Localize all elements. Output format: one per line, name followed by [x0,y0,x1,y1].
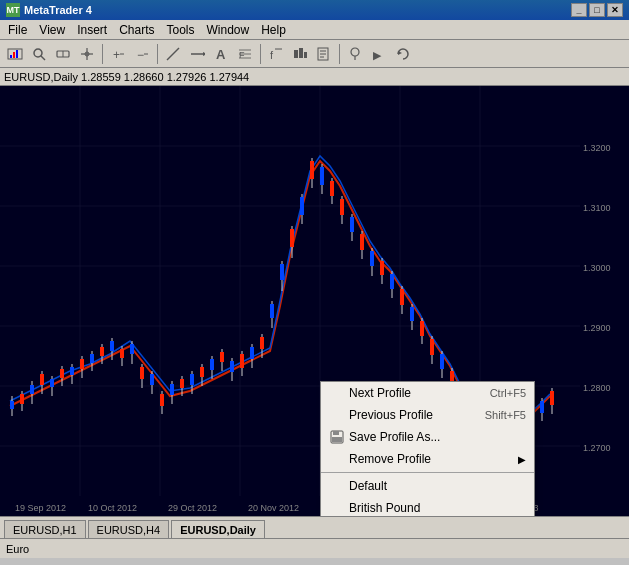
template-button[interactable] [313,43,335,65]
text-tool[interactable]: A [210,43,232,65]
toolbar: + − A F f ▶ [0,40,629,68]
svg-text:1.3000: 1.3000 [583,263,611,273]
chart-area[interactable]: 19 Sep 2012 10 Oct 2012 29 Oct 2012 20 N… [0,86,629,516]
svg-rect-75 [140,367,144,379]
menu-window[interactable]: Window [201,22,256,38]
previous-profile-label: Previous Profile [349,408,433,422]
svg-rect-63 [80,359,84,369]
maximize-button[interactable]: □ [589,3,605,17]
svg-rect-117 [350,217,354,232]
title-bar: MT MetaTrader 4 _ □ ✕ [0,0,629,20]
svg-rect-115 [340,199,344,215]
periods-button[interactable] [289,43,311,65]
svg-rect-26 [299,48,303,58]
zoom-button[interactable] [28,43,50,65]
window-controls[interactable]: _ □ ✕ [571,3,623,17]
svg-point-32 [351,48,359,56]
svg-rect-83 [180,379,184,388]
refresh-button[interactable] [392,43,414,65]
next-profile-shortcut: Ctrl+F5 [490,387,526,399]
expert-button[interactable] [344,43,366,65]
svg-rect-27 [304,52,307,58]
indicator-button[interactable]: f [265,43,287,65]
close-button[interactable]: ✕ [607,3,623,17]
remove-profile-label: Remove Profile [349,452,431,466]
svg-rect-105 [290,229,294,247]
fibo-tool[interactable]: F [234,43,256,65]
tab-eurusd-h1[interactable]: EURUSD,H1 [4,520,86,538]
svg-rect-119 [360,234,364,250]
menu-view[interactable]: View [33,22,71,38]
zoomin-button[interactable]: + [107,43,129,65]
default-icon [329,478,345,494]
next-profile-item[interactable]: Next Profile Ctrl+F5 [321,382,534,404]
svg-rect-133 [430,339,434,355]
svg-point-4 [34,49,42,57]
svg-rect-123 [380,261,384,275]
svg-rect-99 [260,337,264,349]
svg-rect-87 [200,367,204,377]
svg-text:19 Sep 2012: 19 Sep 2012 [15,503,66,513]
menu-help[interactable]: Help [255,22,292,38]
next-profile-label: Next Profile [349,386,411,400]
svg-rect-155 [540,401,544,413]
menu-insert[interactable]: Insert [71,22,113,38]
remove-profile-item[interactable]: Remove Profile ▶ [321,448,534,470]
menu-tools[interactable]: Tools [161,22,201,38]
british-pound-label: British Pound [349,501,420,515]
hline-tool[interactable] [186,43,208,65]
svg-rect-71 [120,349,124,358]
svg-rect-67 [100,347,104,356]
status-text: Euro [6,543,29,555]
save-profile-item[interactable]: Save Profile As... [321,426,534,448]
svg-rect-55 [40,374,44,385]
menu-charts[interactable]: Charts [113,22,160,38]
svg-rect-125 [390,274,394,289]
line-tool[interactable] [162,43,184,65]
svg-rect-59 [60,369,64,378]
svg-text:f: f [270,49,274,61]
svg-rect-61 [70,367,74,375]
svg-rect-25 [294,50,298,58]
svg-rect-107 [300,197,304,215]
svg-text:A: A [216,47,226,62]
tool3-button[interactable] [52,43,74,65]
sep4 [339,44,340,64]
sep1 [102,44,103,64]
crosshair-button[interactable] [76,43,98,65]
zoomout-button[interactable]: − [131,43,153,65]
default-profile-item[interactable]: Default [321,475,534,497]
previous-profile-item[interactable]: Previous Profile Shift+F5 [321,404,534,426]
context-menu: Next Profile Ctrl+F5 Previous Profile Sh… [320,381,535,516]
svg-rect-172 [333,431,339,435]
svg-text:+: + [113,48,120,62]
app-title: MetaTrader 4 [24,4,92,16]
svg-text:29 Oct 2012: 29 Oct 2012 [168,503,217,513]
british-pound-item[interactable]: British Pound [321,497,534,516]
new-chart-button[interactable] [4,43,26,65]
svg-text:1.2700: 1.2700 [583,443,611,453]
svg-marker-17 [203,52,205,56]
tab-eurusd-h4[interactable]: EURUSD,H4 [88,520,170,538]
svg-rect-77 [150,374,154,385]
svg-rect-73 [130,344,134,354]
svg-rect-157 [550,391,554,405]
svg-rect-127 [400,289,404,305]
svg-text:−: − [137,48,144,62]
next-profile-icon [329,385,345,401]
svg-rect-81 [170,384,174,395]
svg-text:20 Nov 2012: 20 Nov 2012 [248,503,299,513]
svg-rect-97 [250,347,254,359]
svg-text:1.2800: 1.2800 [583,383,611,393]
ctx-separator-1 [321,472,534,473]
svg-marker-35 [398,51,402,55]
menu-file[interactable]: File [2,22,33,38]
tab-eurusd-daily[interactable]: EURUSD,Daily [171,520,265,538]
svg-text:1.2900: 1.2900 [583,323,611,333]
svg-rect-65 [90,354,94,363]
scripts-button[interactable]: ▶ [368,43,390,65]
minimize-button[interactable]: _ [571,3,587,17]
prev-profile-shortcut: Shift+F5 [485,409,526,421]
save-profile-icon [329,429,345,445]
remove-profile-arrow: ▶ [518,454,526,465]
